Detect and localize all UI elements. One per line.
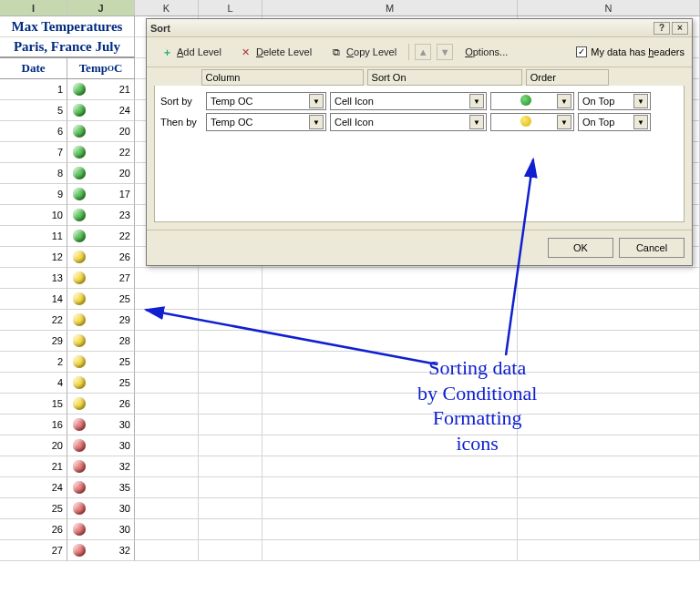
sorton-combo[interactable]: Cell Icon▼ xyxy=(330,92,487,110)
cell-date[interactable]: 9 xyxy=(0,184,67,205)
cell[interactable] xyxy=(199,289,262,310)
cell-temp[interactable]: 22 xyxy=(67,226,135,247)
cell-temp[interactable]: 32 xyxy=(67,540,135,561)
copy-level-button[interactable]: ⧉ Copy Level xyxy=(324,43,403,61)
cell-date[interactable]: 26 xyxy=(0,519,67,540)
cell[interactable] xyxy=(518,310,700,331)
cell-date[interactable]: 6 xyxy=(0,121,67,142)
cell[interactable] xyxy=(135,373,199,394)
colhead-J[interactable]: J xyxy=(67,0,135,15)
cell-date[interactable]: 5 xyxy=(0,100,67,121)
cell-temp[interactable]: 30 xyxy=(67,519,135,540)
cell[interactable] xyxy=(135,456,199,477)
cell-temp[interactable]: 21 xyxy=(67,79,135,100)
cell[interactable] xyxy=(518,373,700,394)
placement-combo[interactable]: On Top▼ xyxy=(578,92,651,110)
delete-level-button[interactable]: ✕ Delete Level xyxy=(233,43,318,61)
cell-temp[interactable]: 35 xyxy=(67,477,135,498)
cell-date[interactable]: 24 xyxy=(0,477,67,498)
cell-temp[interactable]: 30 xyxy=(67,415,135,435)
colhead-L[interactable]: L xyxy=(199,0,262,15)
cell-temp[interactable]: 28 xyxy=(67,331,135,352)
cell-temp[interactable]: 20 xyxy=(67,121,135,142)
cell[interactable] xyxy=(199,435,262,456)
cell[interactable] xyxy=(518,519,700,540)
title-cell-1[interactable]: Max Temperatures xyxy=(0,16,135,37)
colhead-N[interactable]: N xyxy=(518,0,700,15)
cell-date[interactable]: 22 xyxy=(0,310,67,331)
header-date[interactable]: Date xyxy=(0,58,67,79)
cell-date[interactable]: 11 xyxy=(0,226,67,247)
cell[interactable] xyxy=(199,498,262,519)
cell[interactable] xyxy=(199,540,262,561)
cell[interactable] xyxy=(199,477,262,498)
placement-combo[interactable]: On Top▼ xyxy=(578,113,651,131)
cell[interactable] xyxy=(518,456,700,477)
order-icon-combo[interactable]: ▼ xyxy=(490,92,574,110)
cell[interactable] xyxy=(262,540,518,561)
cell-temp[interactable]: 32 xyxy=(67,456,135,477)
cell-date[interactable]: 2 xyxy=(0,352,67,373)
cell-temp[interactable]: 26 xyxy=(67,394,135,415)
close-button[interactable]: × xyxy=(672,22,688,35)
cell[interactable] xyxy=(199,415,262,435)
cell-temp[interactable]: 17 xyxy=(67,184,135,205)
cell[interactable] xyxy=(135,289,199,310)
cell-date[interactable]: 27 xyxy=(0,540,67,561)
colhead-M[interactable]: M xyxy=(262,0,518,15)
title-cell-2[interactable]: Paris, France July xyxy=(0,37,135,58)
cell-date[interactable]: 8 xyxy=(0,163,67,184)
cell-date[interactable]: 25 xyxy=(0,498,67,519)
cell-temp[interactable]: 22 xyxy=(67,142,135,163)
cell[interactable] xyxy=(518,540,700,561)
cell-date[interactable]: 14 xyxy=(0,289,67,310)
cell-date[interactable]: 20 xyxy=(0,435,67,456)
cell[interactable] xyxy=(199,310,262,331)
move-down-button[interactable]: ▼ xyxy=(437,44,453,60)
cell[interactable] xyxy=(199,519,262,540)
cell[interactable] xyxy=(135,268,199,289)
ok-button[interactable]: OK xyxy=(548,238,613,258)
cell-temp[interactable]: 30 xyxy=(67,498,135,519)
cell-date[interactable]: 10 xyxy=(0,205,67,226)
cell-temp[interactable]: 24 xyxy=(67,100,135,121)
dialog-titlebar[interactable]: Sort ? × xyxy=(147,19,692,37)
cell[interactable] xyxy=(135,415,199,435)
cell[interactable] xyxy=(135,519,199,540)
cell-date[interactable]: 29 xyxy=(0,331,67,352)
cell[interactable] xyxy=(262,331,518,352)
cell[interactable] xyxy=(135,394,199,415)
cancel-button[interactable]: Cancel xyxy=(619,238,685,258)
cell-temp[interactable]: 27 xyxy=(67,268,135,289)
colhead-I[interactable]: I xyxy=(0,0,67,15)
add-level-button[interactable]: ＋ Add Level xyxy=(154,43,228,61)
cell[interactable] xyxy=(262,456,518,477)
cell-date[interactable]: 12 xyxy=(0,247,67,268)
cell-date[interactable]: 7 xyxy=(0,142,67,163)
sorton-combo[interactable]: Cell Icon▼ xyxy=(330,113,487,131)
column-combo[interactable]: Temp OC▼ xyxy=(206,113,326,131)
colhead-K[interactable]: K xyxy=(135,0,199,15)
cell-temp[interactable]: 26 xyxy=(67,247,135,268)
cell[interactable] xyxy=(135,477,199,498)
options-button[interactable]: Options... xyxy=(458,44,514,60)
cell-temp[interactable]: 30 xyxy=(67,435,135,456)
cell[interactable] xyxy=(518,477,700,498)
cell[interactable] xyxy=(199,394,262,415)
cell[interactable] xyxy=(199,456,262,477)
cell[interactable] xyxy=(262,477,518,498)
order-icon-combo[interactable]: ▼ xyxy=(490,113,574,131)
cell[interactable] xyxy=(262,268,518,289)
cell[interactable] xyxy=(135,331,199,352)
move-up-button[interactable]: ▲ xyxy=(415,44,431,60)
cell-date[interactable]: 21 xyxy=(0,456,67,477)
cell-temp[interactable]: 25 xyxy=(67,373,135,394)
cell[interactable] xyxy=(199,331,262,352)
cell-date[interactable]: 16 xyxy=(0,415,67,435)
cell[interactable] xyxy=(518,498,700,519)
cell-temp[interactable]: 20 xyxy=(67,163,135,184)
header-temp[interactable]: Temp OC xyxy=(67,58,135,79)
cell[interactable] xyxy=(518,394,700,415)
cell[interactable] xyxy=(518,435,700,456)
headers-checkbox[interactable]: ✓ My data has headers xyxy=(576,46,685,57)
